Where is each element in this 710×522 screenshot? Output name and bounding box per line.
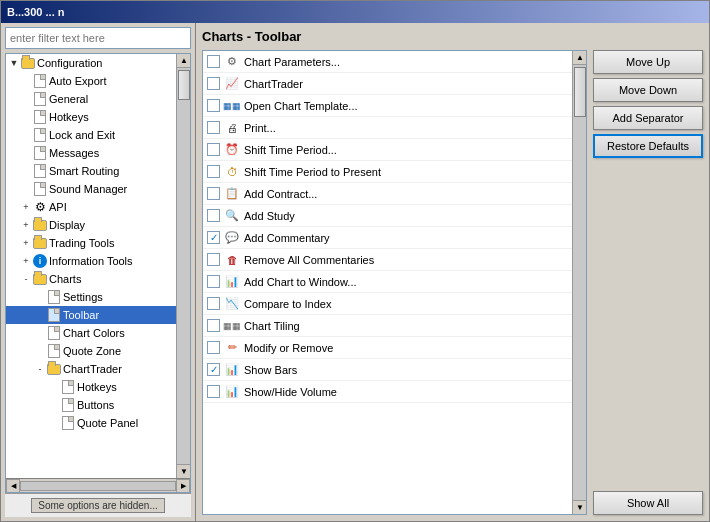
checkbox-modify-remove[interactable]: [207, 341, 220, 354]
scroll-track[interactable]: [177, 68, 190, 464]
panel-title: Charts - Toolbar: [202, 29, 703, 44]
tree-item-auto-export[interactable]: ▶ Auto Export: [6, 72, 176, 90]
list-item-show-bars[interactable]: ✓ 📊 Show Bars: [203, 359, 572, 381]
list-item-chart-params[interactable]: ⚙ Chart Parameters...: [203, 51, 572, 73]
filter-input[interactable]: [5, 27, 191, 49]
checkbox-showhide-volume[interactable]: [207, 385, 220, 398]
checkbox-charttrader[interactable]: [207, 77, 220, 90]
move-down-button[interactable]: Move Down: [593, 78, 703, 102]
list-item-shift-time-present[interactable]: ⏱ Shift Time Period to Present: [203, 161, 572, 183]
list-item-charttrader[interactable]: 📈 ChartTrader: [203, 73, 572, 95]
checkbox-add-contract[interactable]: [207, 187, 220, 200]
restore-defaults-button[interactable]: Restore Defaults: [593, 134, 703, 158]
tree-item-general[interactable]: ▶ General: [6, 90, 176, 108]
scroll-track-h[interactable]: [20, 481, 176, 491]
tree-item-settings[interactable]: ▶ Settings: [6, 288, 176, 306]
list-item-chart-tiling[interactable]: ▦▦ Chart Tiling: [203, 315, 572, 337]
scroll-thumb[interactable]: [178, 70, 190, 100]
list-item-modify-remove[interactable]: ✏ Modify or Remove: [203, 337, 572, 359]
checkbox-add-chart-window[interactable]: [207, 275, 220, 288]
expand-information-tools[interactable]: +: [20, 255, 32, 267]
tree-label-chart-colors: Chart Colors: [63, 327, 125, 339]
list-scroll-thumb[interactable]: [574, 67, 586, 117]
item-icon-open-template: ▦▦: [224, 98, 240, 114]
checkbox-chart-tiling[interactable]: [207, 319, 220, 332]
list-item-showhide-volume[interactable]: 📊 Show/Hide Volume: [203, 381, 572, 403]
list-item-add-contract[interactable]: 📋 Add Contract...: [203, 183, 572, 205]
show-all-button[interactable]: Show All: [593, 491, 703, 515]
tree-item-charttrader[interactable]: - ChartTrader: [6, 360, 176, 378]
list-item-add-commentary[interactable]: ✓ 💬 Add Commentary: [203, 227, 572, 249]
tree-item-display[interactable]: + Display: [6, 216, 176, 234]
info-icon-information-tools: i: [33, 254, 47, 268]
scroll-right-btn[interactable]: ▶: [176, 479, 190, 493]
expand-api[interactable]: +: [20, 201, 32, 213]
gear-icon-api: ⚙: [33, 200, 47, 214]
scroll-up-btn[interactable]: ▲: [177, 54, 190, 68]
tree-item-chart-colors[interactable]: ▶ Chart Colors: [6, 324, 176, 342]
expand-display[interactable]: +: [20, 219, 32, 231]
item-icon-showhide-volume: 📊: [224, 384, 240, 400]
checkbox-shift-time-present[interactable]: [207, 165, 220, 178]
item-icon-modify-remove: ✏: [224, 340, 240, 356]
list-item-compare-index[interactable]: 📉 Compare to Index: [203, 293, 572, 315]
tree-label-display: Display: [49, 219, 85, 231]
left-scrollbar[interactable]: ▲ ▼: [176, 54, 190, 478]
tree-item-messages[interactable]: ▶ Messages: [6, 144, 176, 162]
tree-item-ct-buttons[interactable]: ▶ Buttons: [6, 396, 176, 414]
tree-item-sound-manager[interactable]: ▶ Sound Manager: [6, 180, 176, 198]
item-icon-add-chart-window: 📊: [224, 274, 240, 290]
item-icon-add-contract: 📋: [224, 186, 240, 202]
checkbox-shift-time[interactable]: [207, 143, 220, 156]
tree-item-toolbar[interactable]: ▶ Toolbar: [6, 306, 176, 324]
some-options-button[interactable]: Some options are hidden...: [31, 498, 165, 513]
tree-item-lock-exit[interactable]: ▶ Lock and Exit: [6, 126, 176, 144]
checkbox-open-template[interactable]: [207, 99, 220, 112]
checkbox-chart-params[interactable]: [207, 55, 220, 68]
tree-item-smart-routing[interactable]: ▶ Smart Routing: [6, 162, 176, 180]
item-label-print: Print...: [244, 122, 276, 134]
checkbox-compare-index[interactable]: [207, 297, 220, 310]
scroll-down-btn[interactable]: ▼: [177, 464, 190, 478]
add-separator-button[interactable]: Add Separator: [593, 106, 703, 130]
list-item-print[interactable]: 🖨 Print...: [203, 117, 572, 139]
tree-item-ct-quote-panel[interactable]: ▶ Quote Panel: [6, 414, 176, 432]
expand-charts[interactable]: -: [20, 273, 32, 285]
right-panel: Charts - Toolbar ⚙ Chart Parameters...: [196, 23, 709, 521]
list-item-shift-time[interactable]: ⏰ Shift Time Period...: [203, 139, 572, 161]
list-item-add-study[interactable]: 🔍 Add Study: [203, 205, 572, 227]
checkbox-print[interactable]: [207, 121, 220, 134]
tree-item-information-tools[interactable]: + i Information Tools: [6, 252, 176, 270]
move-up-button[interactable]: Move Up: [593, 50, 703, 74]
page-icon-hotkeys: [33, 110, 47, 124]
item-label-compare-index: Compare to Index: [244, 298, 331, 310]
list-item-open-template[interactable]: ▦▦ Open Chart Template...: [203, 95, 572, 117]
tree-item-quote-zone[interactable]: ▶ Quote Zone: [6, 342, 176, 360]
checkbox-remove-commentaries[interactable]: [207, 253, 220, 266]
expand-charttrader[interactable]: -: [34, 363, 46, 375]
tree-item-configuration[interactable]: ▼ Configuration: [6, 54, 176, 72]
list-scroll-track[interactable]: [573, 65, 586, 500]
list-item-add-chart-window[interactable]: 📊 Add Chart to Window...: [203, 271, 572, 293]
list-scrollbar[interactable]: ▲ ▼: [572, 51, 586, 514]
tree-item-trading-tools[interactable]: + Trading Tools: [6, 234, 176, 252]
list-item-remove-commentaries[interactable]: 🗑 Remove All Commentaries: [203, 249, 572, 271]
tree-label-trading-tools: Trading Tools: [49, 237, 114, 249]
tree-item-hotkeys[interactable]: ▶ Hotkeys: [6, 108, 176, 126]
item-label-shift-time-present: Shift Time Period to Present: [244, 166, 381, 178]
list-scroll-down-btn[interactable]: ▼: [573, 500, 587, 514]
checkbox-add-study[interactable]: [207, 209, 220, 222]
expand-trading-tools[interactable]: +: [20, 237, 32, 249]
item-label-add-commentary: Add Commentary: [244, 232, 330, 244]
scroll-left-btn[interactable]: ◀: [6, 479, 20, 493]
left-hscrollbar[interactable]: ◀ ▶: [6, 478, 190, 492]
tree-item-ct-hotkeys[interactable]: ▶ Hotkeys: [6, 378, 176, 396]
tree-item-charts[interactable]: - Charts: [6, 270, 176, 288]
tree-label-lock-exit: Lock and Exit: [49, 129, 115, 141]
checkbox-add-commentary[interactable]: ✓: [207, 231, 220, 244]
tree-item-api[interactable]: + ⚙ API: [6, 198, 176, 216]
list-scroll-up-btn[interactable]: ▲: [573, 51, 587, 65]
expand-configuration[interactable]: ▼: [8, 57, 20, 69]
checkbox-show-bars[interactable]: ✓: [207, 363, 220, 376]
item-label-open-template: Open Chart Template...: [244, 100, 358, 112]
